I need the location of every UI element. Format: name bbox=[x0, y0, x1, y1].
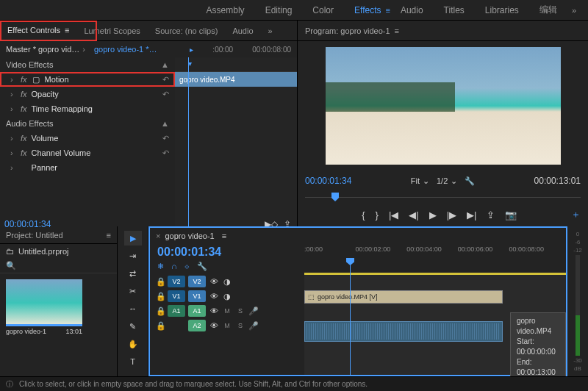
lift-icon[interactable]: ⇪ bbox=[487, 209, 495, 220]
mute-icon[interactable]: 👁 bbox=[209, 321, 219, 330]
pen-tool-icon[interactable]: ✎ bbox=[124, 319, 142, 334]
record-icon[interactable]: 🎤 bbox=[248, 321, 259, 331]
solo-button[interactable]: S bbox=[235, 307, 245, 315]
slip-tool-icon[interactable]: ↔ bbox=[124, 301, 142, 316]
type-tool-icon[interactable]: T bbox=[124, 354, 142, 369]
playhead[interactable] bbox=[350, 258, 351, 375]
play-icon[interactable]: ▸ bbox=[190, 46, 193, 54]
track-target-a2[interactable]: A2 bbox=[188, 320, 206, 331]
effect-motion[interactable]: › fx ▢ Motion ↶ bbox=[0, 72, 175, 87]
selection-tool-icon[interactable]: ▶ bbox=[124, 231, 142, 245]
tab-effect-controls[interactable]: Effect Controls ≡ bbox=[0, 21, 76, 41]
timeline-timecode[interactable]: 00:00:01:34 bbox=[157, 245, 221, 259]
visibility-icon[interactable]: ◑ bbox=[222, 292, 232, 301]
lock-icon[interactable]: 🔒 bbox=[156, 292, 165, 301]
mute-icon[interactable]: 👁 bbox=[209, 306, 219, 315]
timeline-tracks[interactable]: ⬚ gopro video.MP4 [V] gopro video.MP4 St… bbox=[304, 273, 566, 375]
record-icon[interactable]: 🎤 bbox=[248, 306, 259, 316]
project-tab[interactable]: Project: Untitled bbox=[6, 231, 63, 240]
settings-icon[interactable]: 🔧 bbox=[465, 176, 475, 186]
tab-audio[interactable]: Audio bbox=[225, 21, 260, 41]
reset-icon[interactable]: ↶ bbox=[162, 90, 169, 99]
track-v1[interactable]: V1 bbox=[168, 290, 185, 302]
work-area-bar[interactable] bbox=[304, 273, 566, 275]
fx-badge-icon[interactable]: fx bbox=[21, 134, 27, 143]
step-fwd-icon[interactable]: |▶ bbox=[447, 209, 456, 220]
tab-lumetri-scopes[interactable]: Lumetri Scopes bbox=[76, 21, 147, 41]
menu-icon[interactable]: ≡ bbox=[107, 231, 111, 240]
ws-editing[interactable]: Editing bbox=[255, 5, 303, 15]
ws-assembly[interactable]: Assembly bbox=[196, 5, 255, 15]
playhead-head-icon[interactable]: ▾ bbox=[188, 60, 192, 68]
add-button-icon[interactable]: ＋ bbox=[571, 208, 581, 221]
search-icon[interactable]: 🔍 bbox=[6, 261, 16, 270]
go-prev-icon[interactable]: |◀ bbox=[389, 209, 398, 220]
chevron-right-icon[interactable]: › bbox=[10, 134, 16, 143]
timeline-ruler[interactable]: :00:0000:00:02:0000:00:04:0000:00:06:000… bbox=[304, 245, 560, 260]
lock-icon[interactable]: 🔒 bbox=[156, 306, 165, 316]
track-a1[interactable]: A1 bbox=[168, 305, 185, 317]
reset-icon[interactable]: ↶ bbox=[162, 148, 169, 158]
fx-badge-icon[interactable]: fx bbox=[21, 104, 27, 113]
razor-tool-icon[interactable]: ✂ bbox=[124, 284, 142, 298]
program-timecode[interactable]: 00:00:01:34 bbox=[305, 176, 351, 186]
overflow-icon[interactable]: » bbox=[261, 21, 280, 41]
eye-icon[interactable]: 👁 bbox=[209, 292, 219, 301]
chevron-right-icon[interactable]: › bbox=[10, 104, 16, 113]
link-icon[interactable]: ⟐ bbox=[184, 262, 190, 271]
audio-clip[interactable] bbox=[304, 321, 503, 342]
overflow-icon[interactable]: » bbox=[567, 6, 581, 15]
step-back-icon[interactable]: ◀| bbox=[409, 209, 418, 220]
playhead-icon[interactable] bbox=[331, 193, 339, 201]
program-viewport[interactable] bbox=[298, 41, 588, 171]
project-item[interactable]: gopro video-1 13:01 bbox=[6, 279, 82, 335]
mute-button[interactable]: M bbox=[222, 322, 232, 329]
playhead[interactable] bbox=[188, 57, 189, 226]
go-next-icon[interactable]: ▶| bbox=[467, 209, 476, 220]
lock-icon[interactable]: 🔒 bbox=[156, 277, 165, 287]
ripple-tool-icon[interactable]: ⇄ bbox=[124, 266, 142, 281]
chevron-right-icon[interactable]: › bbox=[10, 148, 16, 157]
marker-icon[interactable]: ∩ bbox=[171, 262, 177, 271]
track-target-v2[interactable]: V2 bbox=[188, 276, 206, 287]
search-input[interactable] bbox=[22, 262, 123, 270]
sequence-clip-link[interactable]: gopro video-1 *… bbox=[94, 45, 157, 54]
fx-badge-icon[interactable]: fx bbox=[21, 148, 27, 157]
tab-source[interactable]: Source: (no clips) bbox=[148, 21, 226, 41]
zoom-dropdown[interactable]: Fit⌄ bbox=[411, 176, 429, 186]
fx-badge-icon[interactable]: fx bbox=[21, 90, 27, 98]
effect-timeline[interactable]: gopro video.MP4 ▾ bbox=[175, 57, 297, 226]
ws-titles[interactable]: Titles bbox=[434, 5, 475, 15]
effect-time-remapping[interactable]: › fx Time Remapping bbox=[0, 101, 175, 116]
mark-out-icon[interactable]: } bbox=[376, 209, 379, 220]
effect-opacity[interactable]: › fx Opacity ↶ bbox=[0, 87, 175, 101]
effect-channel-volume[interactable]: › fx Channel Volume ↶ bbox=[0, 146, 175, 160]
menu-icon[interactable]: ≡ bbox=[65, 26, 69, 35]
track-target-a1[interactable]: A1 bbox=[188, 305, 206, 317]
export-frame-icon[interactable]: 📷 bbox=[505, 209, 517, 220]
program-tab[interactable]: Program: gopro video-1 bbox=[305, 26, 390, 35]
ws-color[interactable]: Color bbox=[302, 5, 344, 15]
video-clip[interactable]: ⬚ gopro video.MP4 [V] bbox=[304, 290, 503, 304]
play-icon[interactable]: ▶ bbox=[429, 209, 437, 220]
snap-icon[interactable]: ❄ bbox=[157, 262, 164, 271]
menu-icon[interactable]: ≡ bbox=[222, 232, 226, 240]
fx-badge-icon[interactable]: fx bbox=[21, 75, 27, 84]
lock-icon[interactable]: 🔒 bbox=[156, 321, 165, 331]
solo-button[interactable]: S bbox=[235, 322, 245, 329]
mark-in-icon[interactable]: { bbox=[362, 209, 365, 220]
ws-editing-cn[interactable]: 编辑 bbox=[529, 4, 567, 16]
program-scrubber[interactable] bbox=[305, 191, 581, 203]
reset-icon[interactable]: ↶ bbox=[162, 134, 169, 143]
ws-audio[interactable]: Audio bbox=[390, 5, 434, 15]
effect-volume[interactable]: › fx Volume ↶ bbox=[0, 131, 175, 146]
track-v2[interactable]: V2 bbox=[168, 276, 185, 287]
chevron-right-icon[interactable]: › bbox=[10, 163, 16, 172]
close-icon[interactable]: × bbox=[156, 232, 160, 240]
effect-panner[interactable]: › fx Panner bbox=[0, 160, 175, 175]
reset-icon[interactable]: ↶ bbox=[162, 75, 169, 85]
track-target-v1[interactable]: V1 bbox=[188, 290, 206, 302]
resolution-dropdown[interactable]: 1/2⌄ bbox=[437, 176, 457, 186]
visibility-icon[interactable]: ◑ bbox=[222, 277, 232, 287]
ws-effects[interactable]: Effects bbox=[344, 5, 391, 15]
